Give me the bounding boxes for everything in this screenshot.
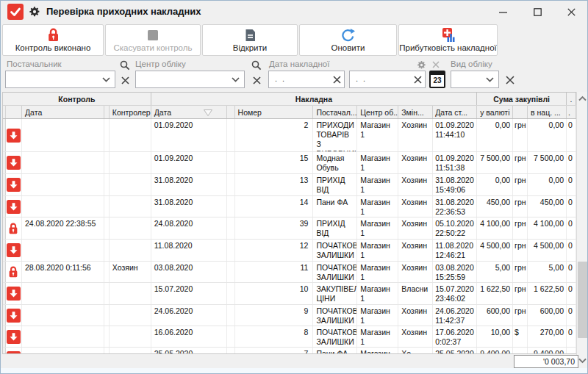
cell-spacer (104, 305, 110, 326)
header-invoice-date[interactable]: Дата (151, 106, 227, 118)
table-row[interactable]: 24.06.20209ПОЧАТКОВ ЗАЛИШКИМагазин 1Хозя… (3, 305, 576, 326)
cell-center: Магазин 1 (357, 305, 398, 326)
table-row[interactable]: 31.08.202013ПРИХІД ВІДМагазин 1Хозяин31.… (3, 174, 576, 196)
table-row[interactable]: 31.08.202014Пани ФАМагазин 1Хозяин31.08.… (3, 196, 576, 217)
table-row[interactable]: 24.08.2020 22:38:5524.08.202039ПРИХІД ВІ… (3, 217, 576, 240)
calendar-button[interactable]: 23 (429, 71, 445, 88)
header-status-date[interactable]: Дата ст... (433, 106, 477, 118)
account-type-filter-label: Вид обліку (451, 60, 492, 68)
header-controller[interactable]: Контролер (110, 106, 151, 118)
scrollbar-thumb[interactable] (578, 262, 588, 338)
account-type-clear-button[interactable] (504, 75, 516, 85)
cell-shift: Хозяин (398, 196, 433, 217)
close-button[interactable] (559, 1, 584, 23)
date-placeholder: . . (275, 74, 286, 83)
x-icon (506, 76, 514, 84)
control-done-label: Контроль виконано (15, 43, 91, 52)
cell-status_date: 17.06.2020 0:02:37 (433, 326, 477, 347)
search-icon[interactable] (251, 60, 262, 71)
cell-controller (110, 196, 151, 217)
cell-amount: 0,00 (477, 119, 513, 151)
cell-inv_date: 03.08.2020 (151, 262, 227, 282)
invoice-date-from-input[interactable]: . . (268, 71, 345, 88)
cell-shift: Хозяин (398, 326, 433, 347)
cell-number: 8 (235, 326, 314, 347)
gear-icon[interactable] (29, 6, 40, 18)
search-icon[interactable] (120, 60, 130, 71)
cell-controller (110, 174, 151, 195)
cell-number: 10 (235, 283, 314, 304)
vertical-scrollbar[interactable] (576, 92, 588, 368)
control-done-lock-icon (6, 217, 22, 239)
cell-supplier: ПРИХІД ВІД (313, 217, 357, 239)
header-amount-national[interactable]: в нац. ... (528, 106, 567, 118)
header-supplier[interactable]: Постачал... (313, 106, 357, 118)
table-row[interactable]: 28.08.2020 0:11:56Хозяин03.08.202011ПОЧА… (3, 262, 576, 283)
invoice-date-to-input[interactable]: . . (349, 71, 426, 88)
header-more[interactable]: . (567, 106, 576, 118)
x-icon (253, 76, 261, 84)
control-pending-arrow-icon (6, 326, 22, 347)
cell-shift: Хозяин (398, 152, 433, 173)
x-icon[interactable] (333, 76, 341, 84)
cell-controller (110, 305, 151, 326)
cell-supplier: ПОЧАТКОВ ЗАЛИШКИ (313, 262, 357, 282)
cell-number: 2 (235, 119, 314, 151)
x-icon[interactable] (432, 61, 440, 68)
cell-status_date: 25.05.2020 (433, 348, 477, 353)
filter-bar: Постачальник Центр обліку Дата накладної… (1, 57, 587, 92)
maximize-button[interactable] (525, 1, 550, 23)
header-control-date[interactable]: Дата (22, 106, 104, 118)
cell-amount_nat: 270,00 (528, 326, 567, 347)
control-done-button[interactable]: Контроль виконано (2, 24, 104, 56)
cell-amount: 7 500,00 (477, 152, 513, 173)
grid-body: 01.09.20202ПРИХОДИ ТОВАРІВ З ВИРОБНИЦМаг… (3, 119, 576, 353)
cell-number: 15 (235, 152, 314, 173)
cell-inv_date: 15.07.2020 (151, 283, 227, 304)
cell-supplier: Пани ФА (313, 348, 357, 353)
x-icon[interactable] (414, 76, 422, 84)
header-shift[interactable]: Змін... (398, 106, 433, 118)
account-type-combo[interactable] (451, 71, 499, 88)
table-row[interactable]: 11.08.202012ПОЧАТКОВ ЗАЛИШКИМагазин 1Хоз… (3, 240, 576, 262)
header-number[interactable]: Номер (235, 106, 314, 118)
scroll-down-button[interactable] (577, 353, 588, 368)
table-row[interactable]: 16.06.20208ПОЧАТКОВ ЗАЛИШКИМагазин 1Хозя… (3, 326, 576, 348)
cell-currency: $ (513, 326, 528, 347)
cell-ctrl_date (22, 240, 104, 261)
open-button[interactable]: Відкрити (202, 24, 298, 56)
cell-spacer (104, 326, 110, 347)
cell-amount_nat: 0,00 (528, 174, 567, 195)
cell-status_date: 24.06.2020 11:42:37 (433, 305, 477, 326)
cell-ctrl_date (22, 196, 104, 217)
supplier-clear-button[interactable] (119, 75, 131, 85)
table-row[interactable]: 15.07.202010ЗАКУПІВЕЛ ЦІНИМагазин 1Власн… (3, 283, 576, 305)
center-filter-label: Центр обліку (135, 60, 186, 68)
date-placeholder: . . (356, 74, 367, 83)
header-status[interactable] (6, 106, 22, 118)
table-row[interactable]: 01.09.202015Модная ОбувьМагазин 1Хозяин0… (3, 152, 576, 174)
cell-ctrl_date (22, 119, 104, 151)
cell-amount: 10,00 (477, 326, 513, 347)
app-window: Перевірка приходних накладних Контроль в… (0, 0, 588, 374)
header-amount-currency[interactable]: у валюті (477, 106, 513, 118)
center-combo[interactable] (135, 71, 245, 88)
cell-spacer (227, 262, 235, 282)
minimize-button[interactable] (490, 1, 515, 23)
center-clear-button[interactable] (251, 75, 262, 85)
scroll-up-button[interactable] (577, 92, 588, 105)
cell-currency: грн (513, 152, 528, 173)
titlebar: Перевірка приходних накладних (1, 1, 587, 23)
filter-settings-gear-icon[interactable] (417, 60, 426, 70)
control-pending-arrow-icon (6, 240, 22, 261)
supplier-combo[interactable] (5, 71, 115, 88)
cell-amount_nat: 9 400,00 (528, 348, 567, 353)
cell-spacer (104, 217, 110, 239)
table-row[interactable]: 01.09.20202ПРИХОДИ ТОВАРІВ З ВИРОБНИЦМаг… (3, 119, 576, 152)
cell-status_date: 01.09.2020 11:44:10 (433, 119, 477, 151)
header-center[interactable]: Центр об... (357, 106, 398, 118)
profitability-button[interactable]: Прибутковість накладної (398, 24, 498, 56)
cell-number: 9 (235, 305, 314, 326)
refresh-button[interactable]: Оновити (299, 24, 397, 56)
table-row[interactable]: 25.05.20207Пани ФАМагазин 1Хо25.05.20209… (3, 348, 576, 353)
